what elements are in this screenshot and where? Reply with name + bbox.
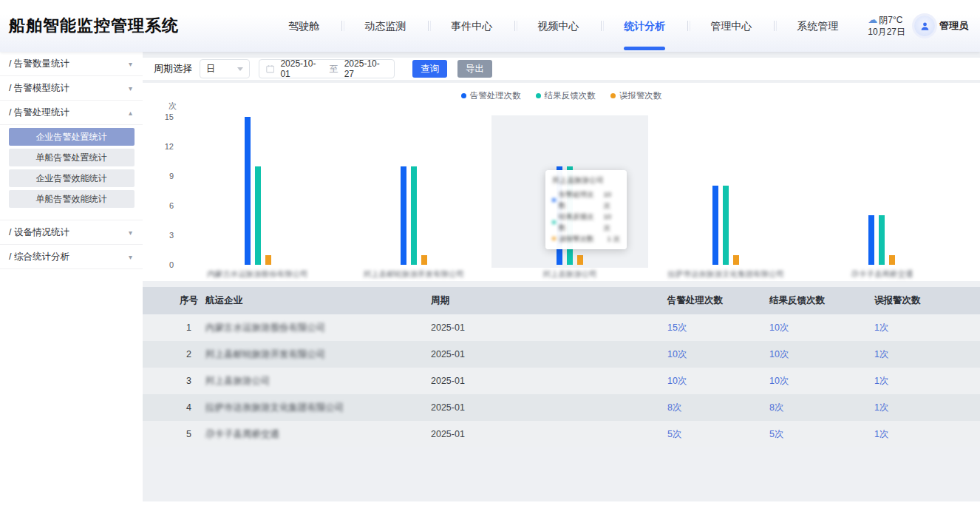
- bar-series0-group1[interactable]: [401, 166, 406, 265]
- chevron-up-icon: ▴: [129, 109, 132, 117]
- sidebar-item-2-0[interactable]: 企业告警处置统计: [9, 128, 135, 146]
- cell-handled-link[interactable]: 15次: [667, 322, 769, 334]
- cell-feedback-link[interactable]: 8次: [769, 402, 874, 414]
- tooltip-row: 结果反馈次数10 次: [552, 211, 620, 233]
- nav-tab-label: 驾驶舱: [288, 20, 319, 32]
- cell-feedback-link[interactable]: 10次: [769, 322, 874, 334]
- nav-tab-3[interactable]: 视频中心: [515, 0, 601, 52]
- cell-handled-link[interactable]: 5次: [667, 428, 769, 441]
- cell-feedback-link[interactable]: 5次: [769, 428, 874, 441]
- x-axis-label: 尕卡子县周桥交通: [819, 269, 945, 280]
- sidebar-group-2[interactable]: / 告警处理统计▴: [0, 101, 143, 125]
- bar-series2-group4[interactable]: [889, 255, 895, 265]
- query-button[interactable]: 查询: [412, 60, 447, 78]
- sidebar-group-label: / 综合统计分析: [9, 251, 69, 263]
- cell-company: 拉萨市达孜旅游文化集团有限公司: [205, 402, 431, 414]
- nav-tab-1[interactable]: 动态监测: [342, 0, 428, 52]
- sidebar-group-0[interactable]: / 告警数量统计▾: [0, 52, 143, 76]
- cell-false-alarm-link[interactable]: 1次: [874, 348, 980, 361]
- cell-handled-link[interactable]: 10次: [667, 348, 769, 361]
- legend-label: 告警处理次数: [470, 90, 521, 101]
- cell-feedback-link[interactable]: 10次: [769, 375, 874, 388]
- period-label: 周期选择: [154, 62, 192, 75]
- sidebar-group-label: / 设备情况统计: [9, 226, 69, 239]
- nav-tab-label: 视频中心: [537, 20, 579, 32]
- period-select[interactable]: 日: [200, 59, 250, 78]
- cell-company: 邦上县旅游公司: [205, 375, 431, 388]
- x-axis-label: 内蒙古水运旅游股份有限公司: [195, 269, 321, 280]
- cell-false-alarm-link[interactable]: 1次: [874, 322, 980, 334]
- nav-tab-label: 统计分析: [624, 20, 665, 32]
- cell-period: 2025-01: [431, 349, 667, 359]
- sidebar-group-label: / 告警数量统计: [9, 58, 69, 70]
- nav-tab-label: 系统管理: [797, 20, 838, 32]
- legend-item-1[interactable]: 结果反馈次数: [536, 90, 596, 101]
- bar-series1-group0[interactable]: [255, 166, 261, 265]
- bar-series2-group2[interactable]: [577, 255, 583, 265]
- nav-tab-2[interactable]: 事件中心: [429, 0, 514, 52]
- cell-false-alarm-link[interactable]: 1次: [874, 428, 980, 441]
- cell-company: 内蒙古水运旅游股份有限公司: [205, 322, 431, 334]
- tooltip-row: 告警处理次数10 次: [552, 189, 620, 211]
- legend-item-0[interactable]: 告警处理次数: [461, 90, 521, 101]
- bar-series0-group0[interactable]: [245, 117, 251, 265]
- sidebar-group-3[interactable]: / 设备情况统计▾: [0, 220, 143, 245]
- sidebar-item-2-1[interactable]: 单船告警处置统计: [9, 149, 135, 166]
- x-axis-label: 拉萨市达孜旅游文化集团有限公司: [663, 269, 789, 280]
- user-menu[interactable]: 管理员: [914, 16, 968, 36]
- calendar-icon: [266, 64, 274, 73]
- avatar: [914, 16, 935, 36]
- sidebar-group-4[interactable]: / 综合统计分析▾: [0, 245, 143, 269]
- cell-feedback-link[interactable]: 10次: [769, 348, 874, 361]
- main-content: 周期选择 日 2025-10-01 至 2025-10-27 查询 导出 告警处…: [143, 52, 980, 517]
- tooltip-series-value: 10 次: [603, 189, 620, 211]
- sidebar-item-2-3[interactable]: 单船告警效能统计: [9, 190, 135, 208]
- cell-index: 5: [172, 429, 205, 439]
- bar-series1-group1[interactable]: [411, 166, 417, 265]
- tooltip-series-name: 结果反馈次数: [559, 211, 600, 233]
- date-range-input[interactable]: 2025-10-01 至 2025-10-27: [259, 59, 395, 78]
- sidebar: / 告警数量统计▾/ 告警模型统计▾/ 告警处理统计▴企业告警处置统计单船告警处…: [0, 52, 143, 517]
- stats-table: 序号航运企业周期告警处理次数结果反馈次数误报警次数 1内蒙古水运旅游股份有限公司…: [143, 287, 980, 447]
- nav-tab-6[interactable]: 系统管理: [775, 0, 860, 52]
- legend-item-2[interactable]: 误报警次数: [610, 90, 662, 101]
- legend-dot: [536, 93, 541, 98]
- nav-tab-5[interactable]: 管理中心: [688, 0, 774, 52]
- legend-label: 误报警次数: [619, 90, 662, 101]
- tooltip-series-value: 1 次: [608, 233, 620, 244]
- cell-handled-link[interactable]: 10次: [667, 375, 769, 388]
- tooltip-row: 误报警次数1 次: [552, 233, 620, 244]
- table-row-2: 2邦上县邮轮旅游开发有限公司2025-0110次10次1次: [143, 341, 980, 368]
- bar-series0-group4[interactable]: [868, 215, 874, 265]
- nav-tab-0[interactable]: 驾驶舱: [266, 0, 341, 52]
- y-axis-tick: 15: [143, 112, 174, 121]
- cell-handled-link[interactable]: 8次: [667, 402, 769, 414]
- cell-false-alarm-link[interactable]: 1次: [874, 375, 980, 388]
- table-row-3: 3邦上县旅游公司2025-0110次10次1次: [143, 368, 980, 394]
- cell-false-alarm-link[interactable]: 1次: [874, 402, 980, 414]
- tooltip-series-value: 10 次: [603, 211, 620, 233]
- bar-series1-group3[interactable]: [723, 186, 729, 265]
- bar-series2-group0[interactable]: [265, 255, 271, 265]
- nav-tab-label: 事件中心: [451, 20, 492, 32]
- sidebar-group-1[interactable]: / 告警模型统计▾: [0, 76, 143, 101]
- sidebar-sublist: 企业告警处置统计单船告警处置统计企业告警效能统计单船告警效能统计: [0, 125, 143, 220]
- cell-period: 2025-01: [431, 322, 667, 333]
- bar-series2-group3[interactable]: [733, 255, 739, 265]
- y-axis-tick: 12: [143, 142, 174, 151]
- bar-series2-group1[interactable]: [421, 255, 427, 265]
- cell-period: 2025-01: [431, 402, 667, 413]
- export-button[interactable]: 导出: [457, 60, 492, 78]
- table-row-5: 5尕卡子县周桥交通2025-015次5次1次: [143, 421, 980, 447]
- nav-tab-4[interactable]: 统计分析: [602, 0, 687, 52]
- sidebar-group-label: / 告警处理统计: [9, 107, 69, 119]
- tooltip-series-name: 告警处理次数: [559, 189, 600, 211]
- bar-series0-group3[interactable]: [712, 186, 718, 265]
- legend-dot: [461, 93, 466, 98]
- bar-series1-group4[interactable]: [879, 215, 885, 265]
- column-header-4: 结果反馈次数: [769, 294, 874, 307]
- cell-index: 3: [172, 376, 205, 386]
- chevron-down-icon: [237, 67, 243, 71]
- tooltip-rows: 告警处理次数10 次结果反馈次数10 次误报警次数1 次: [552, 189, 620, 244]
- sidebar-item-2-2[interactable]: 企业告警效能统计: [9, 169, 135, 187]
